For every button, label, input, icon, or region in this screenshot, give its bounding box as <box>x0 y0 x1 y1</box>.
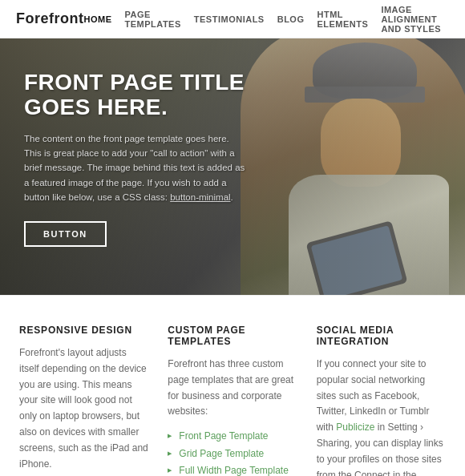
site-header: Forefront HOME PAGE TEMPLATES TESTIMONIA… <box>0 0 465 38</box>
nav-html-elements[interactable]: HTML ELEMENTS <box>317 10 368 29</box>
feature-custom: CUSTOM PAGE TEMPLATES Forefront has thre… <box>168 325 297 476</box>
publicize-link[interactable]: Publicize <box>336 422 374 433</box>
front-page-template-link[interactable]: Front Page Template <box>179 430 268 442</box>
feature-custom-title: CUSTOM PAGE TEMPLATES <box>168 325 297 347</box>
feature-social-title: SOCIAL MEDIA INTEGRATION <box>317 325 446 347</box>
feature-social-text: If you connect your site to popular soci… <box>317 357 446 476</box>
nav-testimonials[interactable]: TESTIMONIALS <box>194 14 265 24</box>
nav-page-templates[interactable]: PAGE TEMPLATES <box>125 10 181 29</box>
hero-text: The content on the front page template g… <box>24 131 249 205</box>
feature-responsive-text: Forefront's layout adjusts itself depend… <box>19 345 148 472</box>
nav-image-alignment[interactable]: IMAGE ALIGNMENT AND STYLES <box>381 5 449 34</box>
full-width-template-link[interactable]: Full Width Page Template <box>179 465 289 476</box>
site-logo: Forefront <box>16 10 84 27</box>
list-item: Front Page Template <box>168 428 297 446</box>
feature-social: SOCIAL MEDIA INTEGRATION If you connect … <box>317 325 446 476</box>
features-section: RESPONSIVE DESIGN Forefront's layout adj… <box>0 295 465 476</box>
list-item: Full Width Page Template <box>168 462 297 476</box>
hero-section: FRONT PAGE TITLE GOES HERE. The content … <box>0 38 465 295</box>
feature-responsive: RESPONSIVE DESIGN Forefront's layout adj… <box>19 325 148 476</box>
feature-responsive-title: RESPONSIVE DESIGN <box>19 325 148 336</box>
nav-home[interactable]: HOME <box>84 14 112 24</box>
list-item: Grid Page Template <box>168 446 297 463</box>
hero-content: FRONT PAGE TITLE GOES HERE. The content … <box>24 71 249 247</box>
feature-custom-list: Front Page Template Grid Page Template F… <box>168 428 297 476</box>
hero-button[interactable]: BUTTON <box>24 221 107 247</box>
nav-blog[interactable]: BLOG <box>277 14 305 24</box>
feature-custom-text: Forefront has three custom page template… <box>168 357 297 420</box>
main-nav: HOME PAGE TEMPLATES TESTIMONIALS BLOG HT… <box>84 5 450 34</box>
grid-page-template-link[interactable]: Grid Page Template <box>179 448 264 459</box>
hero-title: FRONT PAGE TITLE GOES HERE. <box>24 71 249 120</box>
